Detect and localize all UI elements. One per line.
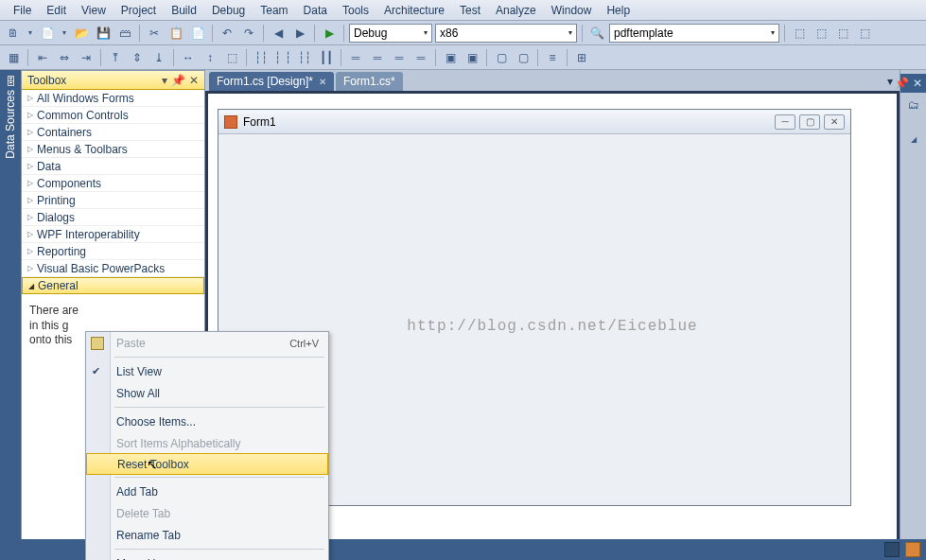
config-combo[interactable]: Debug▾ [349,24,432,43]
toolbox-category[interactable]: ▷Printing [22,192,204,209]
align-top-icon[interactable]: ⤒ [106,48,125,67]
find-icon[interactable]: 🔍 [587,24,606,43]
cut-icon[interactable]: ✂ [145,24,164,43]
center-h-icon[interactable]: ▣ [441,48,460,67]
vspace-rem-icon[interactable]: ═ [411,48,430,67]
collapse-icon[interactable]: ◢ [905,131,922,148]
start-icon[interactable]: ▶ [320,24,339,43]
hspace-dec-icon[interactable]: ┆┆ [295,48,314,67]
same-width-icon[interactable]: ↔ [179,48,198,67]
toolbox-category[interactable]: ▷Menus & Toolbars [22,141,204,158]
toolbox-category[interactable]: ▷Visual Basic PowerPacks [22,260,204,277]
expand-icon: ▷ [27,162,33,170]
redo-icon[interactable]: ↷ [239,24,258,43]
tab-order-icon[interactable]: ≡ [543,48,562,67]
toolbox-category[interactable]: ▷Reporting [22,243,204,260]
ctx-rename-tab[interactable]: Rename Tab [86,524,328,546]
menu-build[interactable]: Build [164,1,204,20]
menu-edit[interactable]: Edit [39,1,74,20]
tool-icon-2[interactable]: ⬚ [812,24,830,43]
tab-form-design[interactable]: Form1.cs [Design]* ✕ [209,72,334,91]
toolbox-category[interactable]: ▷Common Controls [22,107,204,124]
toolbox-pin-icon[interactable]: 📌 [171,74,185,87]
maximize-icon[interactable]: ▢ [799,114,820,130]
undo-icon[interactable]: ↶ [218,24,236,43]
solution-explorer-icon[interactable]: 🗂 [905,96,922,114]
toolbox-category[interactable]: ▷Components [22,175,204,192]
nav-fwd-icon[interactable]: ▶ [290,24,309,43]
toolbox-category[interactable]: ▷Dialogs [22,209,204,226]
menu-debug[interactable]: Debug [204,1,253,20]
align-bottom-icon[interactable]: ⤓ [149,48,168,67]
close-icon[interactable]: ✕ [913,77,922,90]
menu-team[interactable]: Team [253,1,295,20]
tool-icon-4[interactable]: ⬚ [855,24,874,43]
status-icon-1[interactable] [884,542,900,557]
align-left-icon[interactable]: ⇤ [33,48,52,67]
hspace-equal-icon[interactable]: ┆┆ [252,48,271,67]
paste-icon[interactable]: 📄 [188,24,207,43]
menu-file[interactable]: File [6,1,39,20]
platform-value: x86 [440,26,458,40]
toolbox-category[interactable]: ▷Containers [22,124,204,141]
align-right-icon[interactable]: ⇥ [77,48,96,67]
toolbox-category[interactable]: ▷Data [22,158,204,175]
tab-form-code[interactable]: Form1.cs* [336,72,403,91]
center-v-icon[interactable]: ▣ [463,48,481,67]
menu-analyze[interactable]: Analyze [488,1,544,20]
menu-architecture[interactable]: Architecture [376,1,452,20]
hspace-inc-icon[interactable]: ┆ ┆ [273,48,292,67]
new-project-icon[interactable]: 🗎 [4,24,23,43]
close-icon[interactable]: ✕ [824,114,845,130]
toolbox-category-general[interactable]: ◢General [22,277,204,294]
nav-back-icon[interactable]: ◀ [269,24,288,43]
same-height-icon[interactable]: ↕ [201,48,219,67]
ctx-add-tab[interactable]: Add Tab [86,481,328,502]
check-icon: ✔ [92,365,100,377]
menu-tools[interactable]: Tools [335,1,376,20]
vspace-equal-icon[interactable]: ═ [346,48,365,67]
pin-icon[interactable]: 📌 [895,77,909,90]
minimize-icon[interactable]: ─ [775,114,795,130]
toolbox-close-icon[interactable]: ✕ [189,74,199,87]
menu-test[interactable]: Test [452,1,488,20]
ctx-move-up[interactable]: Move Up [86,552,328,560]
add-item-icon[interactable]: 📄 [38,24,57,43]
right-gutter-header: 📌 ✕ [900,74,926,93]
copy-icon[interactable]: 📋 [166,24,185,43]
tool-icon-3[interactable]: ⬚ [833,24,852,43]
menu-view[interactable]: View [74,1,114,20]
bring-front-icon[interactable]: ▢ [492,48,511,67]
align-center-icon[interactable]: ⇔ [55,48,74,67]
tab-close-icon[interactable]: ✕ [319,77,326,87]
align-middle-icon[interactable]: ⇕ [128,48,147,67]
save-all-icon[interactable]: 🗃 [115,24,134,43]
toolbox-category[interactable]: ▷WPF Interoperability [22,226,204,243]
vspace-inc-icon[interactable]: ═ [368,48,387,67]
same-size-icon[interactable]: ⬚ [222,48,241,67]
dropdown-icon[interactable]: ▾ [60,24,69,43]
merge-icon[interactable]: ⊞ [572,48,591,67]
menu-window[interactable]: Window [544,1,600,20]
send-back-icon[interactable]: ▢ [514,48,533,67]
open-icon[interactable]: 📂 [72,24,91,43]
dropdown-icon[interactable]: ▾ [26,24,35,43]
menu-help[interactable]: Help [599,1,638,20]
ctx-list-view[interactable]: ✔ List View [86,360,328,382]
ctx-reset-toolbox[interactable]: Reset Toolbox [86,453,328,475]
platform-combo[interactable]: x86▾ [435,24,577,43]
menu-data[interactable]: Data [296,1,335,20]
ctx-choose-items[interactable]: Choose Items... [86,411,328,432]
hspace-rem-icon[interactable]: ┃┃ [317,48,336,67]
align-grid-icon[interactable]: ▦ [4,48,23,67]
find-combo[interactable]: pdftemplate▾ [609,24,779,43]
save-icon[interactable]: 💾 [94,24,113,43]
vspace-dec-icon[interactable]: ═ [390,48,409,67]
status-icon-2[interactable] [905,542,920,557]
tool-icon-1[interactable]: ⬚ [790,24,809,43]
toolbox-category[interactable]: ▷All Windows Forms [22,90,204,107]
toolbox-dropdown-icon[interactable]: ▾ [162,74,167,87]
menu-project[interactable]: Project [114,1,164,20]
ctx-show-all[interactable]: Show All [86,382,328,404]
data-sources-tab[interactable]: 🗄 Data Sources [0,70,21,560]
